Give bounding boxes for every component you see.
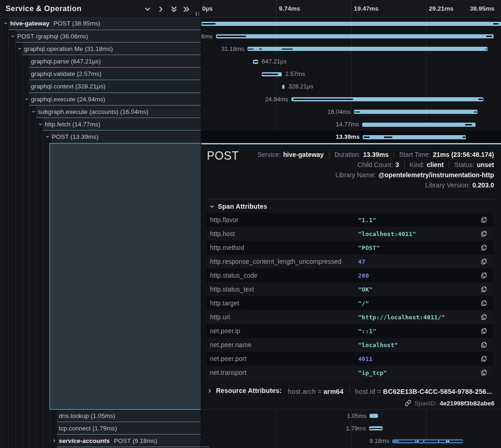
panel-divider[interactable] — [201, 0, 201, 448]
copy-icon[interactable] — [481, 328, 487, 334]
chevron-down-button[interactable] — [143, 5, 152, 13]
timeline-row: 14.77ms — [201, 118, 501, 131]
span-tree-row[interactable]: tcp.connect (1.79ms) — [0, 422, 201, 435]
timeline-row: 13.39ms — [201, 131, 501, 143]
ruler-tick-label: 29.21ms — [429, 5, 453, 12]
service-name: hive-gateway — [10, 20, 49, 27]
chevron-down-icon[interactable] — [31, 110, 36, 114]
critical-path-mark — [493, 23, 499, 25]
copy-icon[interactable] — [481, 369, 487, 376]
chevron-down-icon[interactable] — [4, 21, 8, 25]
span-bar[interactable] — [216, 34, 494, 38]
row-border — [29, 67, 201, 68]
span-duration-label: 9.18ms — [370, 435, 390, 447]
operation-name: graphql.execute (24.94ms) — [31, 96, 105, 103]
indent-guide — [22, 410, 23, 422]
copy-icon[interactable] — [481, 286, 487, 292]
span-tree-row[interactable]: hive-gatewayPOST (38.95ms) — [0, 17, 201, 30]
attribute-value: "ip_tcp" — [358, 366, 387, 380]
indent-guide — [1, 118, 2, 131]
chevron-right-button[interactable] — [157, 5, 165, 13]
span-bar[interactable] — [362, 123, 476, 127]
copy-icon[interactable] — [481, 230, 487, 237]
span-bar[interactable] — [363, 135, 466, 139]
double-chevron-right-button[interactable] — [182, 5, 191, 13]
critical-path-mark — [417, 441, 418, 442]
span-tree-row[interactable]: service-accountsPOST (9.18ms) — [0, 435, 201, 447]
span-tree-row[interactable]: POST /graphql (36.06ms) — [0, 30, 201, 43]
chevron-down-icon[interactable] — [25, 97, 29, 101]
operation-name: graphql.context (328.21µs) — [31, 83, 105, 90]
span-id-label: SpanID: — [414, 400, 437, 407]
span-tree-row[interactable]: graphql.context (328.21µs) — [0, 80, 201, 93]
operation-name: POST /graphql (36.06ms) — [17, 33, 88, 40]
copy-icon[interactable] — [481, 272, 487, 279]
meta-label: Duration: — [334, 151, 361, 158]
attribute-key: http.response_content_length_uncompresse… — [210, 255, 341, 268]
meta-value: unset — [477, 161, 494, 168]
span-tree-row[interactable]: dns.lookup (1.05ms) — [0, 410, 201, 422]
resource-attributes-toggle[interactable]: Resource Attributes: host.arch = arm64ho… — [207, 386, 492, 396]
span-detail-left-spacer — [0, 143, 201, 409]
attribute-value: "localhost" — [358, 338, 398, 352]
span-attributes-toggle[interactable]: Span Attributes — [210, 201, 267, 212]
indent-guide — [1, 55, 2, 68]
span-duration-label: 14.77ms — [336, 118, 359, 131]
span-duration-label: 24.94ms — [265, 93, 288, 106]
span-meta-line: Library Name:@opentelemetry/instrumentat… — [335, 170, 494, 180]
chevron-down-icon[interactable] — [45, 135, 49, 139]
indent-guide — [50, 435, 50, 447]
copy-icon[interactable] — [481, 258, 487, 265]
span-row-label: POST /graphql (36.06ms) — [17, 30, 88, 43]
operation-name: tcp.connect (1.79ms) — [59, 425, 117, 432]
span-duration-label: 13.39ms — [336, 131, 359, 143]
span-tree-row[interactable]: subgraph.execute (accounts) (16.04ms) — [0, 106, 201, 118]
span-bar[interactable] — [370, 414, 377, 418]
span-bar[interactable] — [282, 85, 285, 89]
indent-guide — [29, 131, 30, 143]
divider — [208, 199, 495, 199]
meta-label: Kind: — [410, 161, 425, 168]
span-bar[interactable] — [354, 110, 477, 114]
link-icon[interactable] — [405, 400, 411, 406]
meta-separator — [404, 161, 405, 169]
copy-icon[interactable] — [481, 300, 487, 306]
span-tree-row[interactable]: graphql.execute (24.94ms) — [0, 93, 201, 106]
copy-icon[interactable] — [481, 244, 487, 251]
copy-icon[interactable] — [481, 314, 487, 320]
chevron-down-icon[interactable] — [18, 47, 22, 51]
meta-separator — [329, 150, 329, 159]
attribute-row: net.peer.port4011 — [206, 352, 493, 366]
ruler-tick-label: 19.47ms — [354, 5, 378, 12]
indent-guide — [22, 118, 23, 131]
copy-icon[interactable] — [481, 355, 487, 362]
copy-icon[interactable] — [481, 217, 487, 223]
span-tree-row[interactable]: graphql.validate (2.57ms) — [0, 68, 201, 80]
span-tree-row[interactable]: POST (13.39ms) — [0, 131, 201, 143]
chevron-right-icon[interactable] — [52, 439, 56, 443]
indent-guide — [15, 55, 16, 68]
span-meta-line: Child Count:3Kind:clientStatus:unset — [358, 160, 494, 170]
double-chevron-down-button[interactable] — [170, 5, 178, 13]
indent-guide — [8, 435, 9, 447]
timeline-row: 36.06ms — [201, 30, 501, 43]
meta-value: @opentelemetry/instrumentation-http — [378, 171, 494, 179]
attribute-key: http.status_text — [210, 282, 254, 296]
tree-header: Service & Operation — [0, 0, 201, 18]
chevron-down-icon[interactable] — [11, 34, 15, 38]
span-bar[interactable] — [201, 22, 501, 26]
timeline-row: 647.21µs — [201, 55, 501, 68]
span-tree-row[interactable]: http.fetch (14.77ms) — [0, 118, 201, 131]
meta-label: Library Name: — [335, 171, 376, 179]
copy-icon[interactable] — [481, 342, 487, 348]
resource-pair: host.id = BC62E13B-C4CC-5854-9788-256... — [355, 388, 492, 395]
column-resizer-grip[interactable] — [196, 12, 199, 16]
span-tree-row[interactable]: graphql.operation Me (31.18ms) — [0, 43, 201, 55]
indent-guide — [15, 131, 16, 143]
row-border — [57, 447, 201, 447]
attribute-row: http.status_text"OK" — [206, 282, 493, 296]
resource-pair: host.arch = arm64 — [288, 388, 344, 395]
span-tree-row[interactable]: graphql.parse (647.21µs) — [0, 55, 201, 68]
chevron-down-icon[interactable] — [38, 122, 43, 126]
row-border — [43, 130, 201, 131]
